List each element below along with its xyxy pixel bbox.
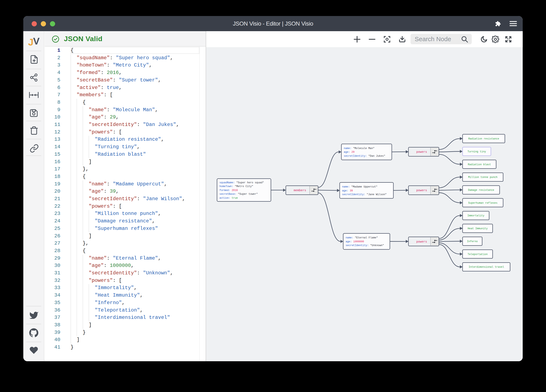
svg-text:Inferno: Inferno — [467, 240, 478, 243]
svg-text:age:: age: — [344, 151, 350, 154]
svg-text:"Molecule Man": "Molecule Man" — [353, 147, 374, 150]
svg-text:1000000: 1000000 — [353, 240, 364, 243]
svg-text:"Dan Jukes": "Dan Jukes" — [368, 155, 385, 158]
svg-text:homeTown:: homeTown: — [220, 185, 233, 188]
svg-text:secretIdentity:: secretIdentity: — [346, 244, 369, 247]
svg-text:"Madame Uppercut": "Madame Uppercut" — [351, 185, 377, 188]
svg-text:powers: powers — [416, 150, 427, 154]
svg-text:Turning tiny: Turning tiny — [468, 150, 486, 153]
svg-text:"Eternal Flame": "Eternal Flame" — [355, 236, 378, 239]
svg-text:active:: active: — [220, 197, 230, 200]
svg-text:name:: name: — [344, 147, 351, 150]
svg-text:"Super tower": "Super tower" — [238, 193, 258, 196]
svg-text:"Jane Wilson": "Jane Wilson" — [367, 193, 387, 196]
svg-text:39: 39 — [350, 189, 353, 192]
svg-text:Radiation blast: Radiation blast — [468, 163, 491, 166]
svg-text:Interdimensional travel: Interdimensional travel — [468, 266, 504, 269]
svg-text:powers: powers — [416, 189, 427, 192]
svg-text:"Super hero squad": "Super hero squad" — [236, 181, 264, 184]
svg-text:name:: name: — [342, 185, 350, 188]
svg-text:"Metro City": "Metro City" — [235, 185, 253, 188]
svg-text:secretIdentity:: secretIdentity: — [344, 155, 367, 158]
svg-text:2016: 2016 — [232, 189, 238, 192]
svg-text:"Unknown": "Unknown" — [370, 244, 384, 247]
svg-text:Superhuman reflexes: Superhuman reflexes — [468, 202, 498, 204]
svg-text:Immortality: Immortality — [467, 214, 484, 217]
svg-text:formed:: formed: — [220, 189, 230, 192]
svg-text:name:: name: — [346, 236, 353, 239]
svg-text:age:: age: — [346, 240, 352, 243]
svg-text:powers: powers — [416, 240, 427, 243]
svg-text:true: true — [232, 197, 238, 200]
svg-text:Radiation resistance: Radiation resistance — [468, 137, 499, 140]
svg-text:Heat Immunity: Heat Immunity — [468, 227, 488, 230]
svg-text:Damage resistance: Damage resistance — [468, 189, 494, 192]
svg-text:Million tonne punch: Million tonne punch — [468, 176, 498, 179]
svg-text:members: members — [294, 189, 306, 192]
svg-text:secretIdentity:: secretIdentity: — [342, 193, 365, 196]
svg-text:29: 29 — [351, 151, 355, 154]
svg-text:age:: age: — [342, 189, 348, 192]
svg-text:secretBase:: secretBase: — [220, 193, 236, 196]
svg-text:Teleportation: Teleportation — [468, 253, 488, 256]
svg-text:squadName:: squadName: — [220, 181, 235, 184]
